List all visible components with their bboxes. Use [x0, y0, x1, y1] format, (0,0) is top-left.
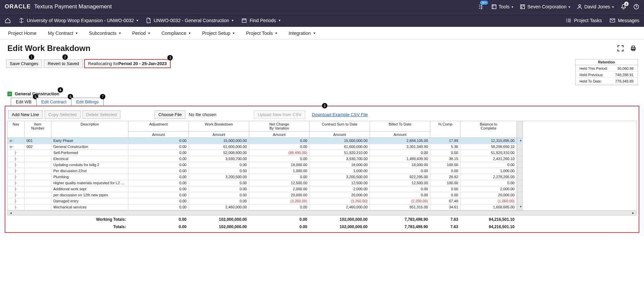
row-pct[interactable]: 5.36	[430, 144, 461, 150]
row-nav[interactable]: ⊞┈	[8, 144, 24, 150]
revert-to-saved-button[interactable]: Revert to Saved	[44, 59, 83, 68]
menu-project-setup[interactable]: Project Setup▾	[202, 31, 234, 36]
row-nav[interactable]: ├	[8, 198, 24, 204]
row-net-change[interactable]: (3,260.00)	[249, 198, 310, 204]
row-description[interactable]: Higher quality materials requested for L…	[51, 180, 128, 186]
home-button[interactable]	[5, 18, 11, 23]
row-item-number[interactable]	[24, 168, 51, 174]
notifications-button[interactable]: 0	[621, 4, 627, 10]
horizontal-scrollbar[interactable]: ◄►	[8, 210, 636, 215]
fullscreen-icon[interactable]	[617, 45, 624, 52]
vertical-scrollbar[interactable]: ▲	[517, 138, 523, 144]
menu-compliance[interactable]: Compliance▾	[161, 31, 191, 36]
row-pct[interactable]: 0.00	[430, 168, 461, 174]
row-description[interactable]: General Construction	[51, 144, 128, 150]
row-item-number[interactable]	[24, 150, 51, 156]
row-contract-sum[interactable]: 15,000,000.00	[310, 138, 370, 144]
row-billed[interactable]: 1,499,439.90	[370, 156, 430, 162]
row-wb[interactable]: 2,460,000.00	[189, 204, 249, 210]
row-wb[interactable]: 52,008,800.00	[189, 150, 249, 156]
row-nav[interactable]: ├	[8, 204, 24, 210]
table-row[interactable]: ⊞┈001Early Phase0.0015,000,000.000.0015,…	[8, 138, 636, 144]
row-wb[interactable]: 3,200,500.00	[189, 174, 249, 180]
row-nav[interactable]: ├	[8, 168, 24, 174]
row-description[interactable]: per discussion on 12th new pipes	[51, 192, 128, 198]
row-balance[interactable]: 0.00	[461, 162, 517, 168]
row-net-change[interactable]: 0.00	[249, 138, 310, 144]
table-row[interactable]: ├Higher quality materials requested for …	[8, 180, 636, 186]
tab-edit-wb[interactable]: 5 Edit WB	[11, 98, 37, 106]
row-wb[interactable]: 61,600,000.00	[189, 144, 249, 150]
row-contract-sum[interactable]: 12,500.00	[310, 180, 370, 186]
row-net-change[interactable]: 2,000.00	[249, 186, 310, 192]
row-pct[interactable]: 0.00	[430, 186, 461, 192]
row-adjustment[interactable]: 0.00	[128, 174, 189, 180]
row-adjustment[interactable]: 0.00	[128, 168, 189, 174]
row-adjustment[interactable]: 0.00	[128, 162, 189, 168]
col-description[interactable]: Description	[51, 121, 128, 138]
table-row[interactable]: ⊞┈002General Construction0.0061,600,000.…	[8, 144, 636, 150]
row-nav[interactable]: ├	[8, 150, 24, 156]
row-wb[interactable]: 0.00	[189, 198, 249, 204]
messages-link[interactable]: Messages	[610, 18, 639, 23]
row-contract-sum[interactable]: 51,920,310.00	[310, 150, 370, 156]
col-nav[interactable]: Nav	[8, 121, 24, 138]
table-row[interactable]: ├per discussion on 12th new pipes0.000.0…	[8, 192, 636, 198]
row-wb[interactable]: 15,000,000.00	[189, 138, 249, 144]
table-row[interactable]: ├Per discussion 22nd0.000.001,000.001,00…	[8, 168, 636, 174]
row-wb[interactable]: 0.00	[189, 162, 249, 168]
menu-subcontracts[interactable]: Subcontracts▾	[89, 31, 121, 36]
row-balance[interactable]: (1,060.00)	[461, 198, 517, 204]
row-billed[interactable]: 922,295.00	[370, 174, 430, 180]
row-net-change[interactable]: 0.00	[249, 144, 310, 150]
row-billed[interactable]: 2,684,105.00	[370, 138, 430, 144]
vertical-scrollbar[interactable]	[517, 186, 523, 192]
document-selector[interactable]: UNWO-0032 - General Construction ▾	[146, 18, 233, 23]
row-item-number[interactable]: 002	[24, 144, 51, 150]
row-adjustment[interactable]: 0.00	[128, 150, 189, 156]
row-item-number[interactable]	[24, 204, 51, 210]
row-adjustment[interactable]: 0.00	[128, 144, 189, 150]
row-pct[interactable]: 28.82	[430, 174, 461, 180]
col-balance[interactable]: Balance to Complete	[461, 121, 517, 138]
row-item-number[interactable]	[24, 180, 51, 186]
row-contract-sum[interactable]: 2,460,000.00	[310, 204, 370, 210]
row-billed[interactable]: 18,000.00	[370, 162, 430, 168]
row-contract-sum[interactable]: 3,200,500.00	[310, 174, 370, 180]
table-row[interactable]: ├Updating conduits for bdlg 20.000.0018,…	[8, 162, 636, 168]
col-work-breakdown[interactable]: Work Breakdown	[189, 121, 249, 132]
delete-selected-button[interactable]: Delete Selected	[83, 110, 121, 119]
find-periods[interactable]: Find Periods ▾	[241, 18, 280, 23]
print-icon[interactable]	[630, 45, 637, 52]
vertical-scrollbar[interactable]	[517, 162, 523, 168]
row-item-number[interactable]	[24, 174, 51, 180]
upload-csv-button[interactable]: Upload New from CSV	[254, 110, 305, 119]
table-row[interactable]: ├Plumbing0.003,200,500.000.003,200,500.0…	[8, 174, 636, 180]
row-net-change[interactable]: 0.00	[249, 204, 310, 210]
row-item-number[interactable]: 001	[24, 138, 51, 144]
col-item-number[interactable]: Item Number	[24, 121, 51, 138]
row-item-number[interactable]	[24, 186, 51, 192]
row-contract-sum[interactable]: 20,000.00	[310, 192, 370, 198]
save-changes-button[interactable]: Save Changes	[6, 59, 42, 68]
row-adjustment[interactable]: 0.00	[128, 192, 189, 198]
project-tasks-link[interactable]: Project Tasks	[566, 18, 602, 23]
row-description[interactable]: Self-Performed	[51, 150, 128, 156]
row-pct[interactable]: 17.89	[430, 138, 461, 144]
row-wb[interactable]: 0.00	[189, 186, 249, 192]
user-menu[interactable]: David Jones ▾	[577, 4, 614, 9]
vertical-scrollbar[interactable]	[517, 180, 523, 186]
row-net-change[interactable]: 1,000.00	[249, 168, 310, 174]
row-nav[interactable]: ├	[8, 156, 24, 162]
row-balance[interactable]: 20,000.00	[461, 192, 517, 198]
row-description[interactable]: Electrical	[51, 156, 128, 162]
col-pct-comp[interactable]: % Comp	[430, 121, 461, 138]
row-balance[interactable]: 1,608,685.00	[461, 204, 517, 210]
row-net-change[interactable]: 18,000.00	[249, 162, 310, 168]
tools-menu[interactable]: Tools ▾	[491, 4, 514, 9]
row-net-change[interactable]: 12,500.00	[249, 180, 310, 186]
row-balance[interactable]: 58,298,650.10	[461, 144, 517, 150]
row-nav[interactable]: ├	[8, 174, 24, 180]
row-item-number[interactable]	[24, 162, 51, 168]
row-billed[interactable]: 3,301,349.90	[370, 144, 430, 150]
